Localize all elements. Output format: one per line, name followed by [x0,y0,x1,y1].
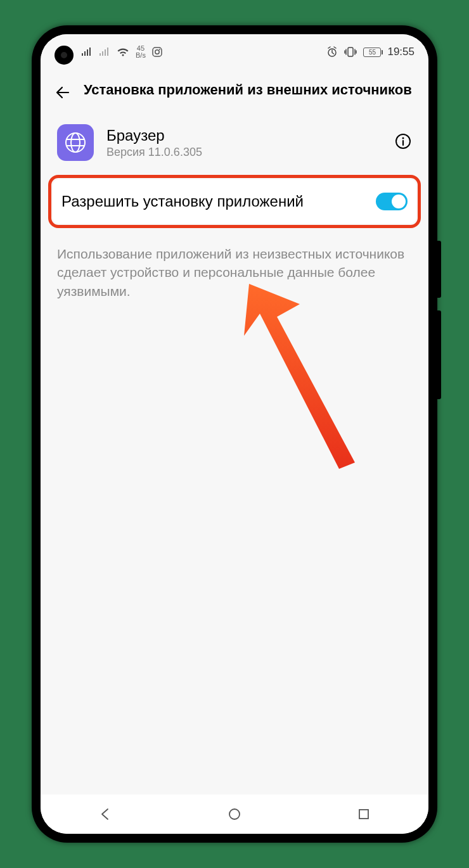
status-right: 55 19:55 [326,46,414,58]
back-arrow-icon [55,84,72,101]
app-icon [57,124,94,161]
net-speed-unit: B/s [136,52,146,59]
svg-rect-4 [348,48,353,56]
app-info-row: Браузер Версия 11.0.6.305 [41,113,428,172]
app-name: Браузер [106,127,382,144]
svg-point-5 [66,133,85,152]
content: Браузер Версия 11.0.6.305 Разрешить уста… [41,113,428,795]
app-text: Браузер Версия 11.0.6.305 [106,127,382,159]
signal-icon [81,48,93,56]
phone-frame: 45 B/s 55 19:55 Установка приложений из … [32,25,437,843]
instagram-icon [152,47,162,57]
svg-rect-0 [153,48,162,56]
status-left: 45 B/s [81,45,162,59]
vibrate-icon [344,47,357,57]
nav-back-button[interactable] [77,807,134,821]
highlight-annotation: Разрешить установку приложений [48,175,421,228]
nav-back-icon [98,807,112,821]
info-button[interactable] [394,132,412,153]
status-bar: 45 B/s 55 19:55 [41,34,428,70]
browser-globe-icon [63,131,87,155]
volume-button [437,310,441,399]
power-button [437,241,441,298]
allow-install-row[interactable]: Разрешить установку приложений [53,179,416,224]
nav-home-button[interactable] [206,807,263,821]
signal-icon-2 [99,48,110,56]
battery-text: 55 [369,49,376,56]
navigation-bar [41,795,428,834]
svg-point-1 [155,50,159,54]
app-version: Версия 11.0.6.305 [106,146,382,159]
nav-recent-button[interactable] [335,808,392,820]
svg-point-2 [159,49,160,50]
warning-description: Использование приложений из неизвестных … [41,233,428,312]
clock: 19:55 [387,46,414,58]
nav-home-icon [228,807,241,821]
network-speed: 45 B/s [136,45,146,59]
battery-indicator: 55 [363,48,381,57]
page-title: Установка приложений из внешних источник… [84,81,412,99]
info-icon [394,132,412,150]
svg-point-8 [402,137,404,139]
svg-rect-10 [359,810,368,819]
svg-point-6 [71,133,80,152]
back-button[interactable] [55,84,72,104]
screen: 45 B/s 55 19:55 Установка приложений из … [41,34,428,834]
nav-recent-icon [357,808,370,820]
front-camera [55,46,74,65]
allow-install-toggle[interactable] [376,193,408,210]
alarm-icon [326,46,338,58]
svg-point-9 [229,809,240,819]
wifi-icon [117,48,129,57]
allow-install-label: Разрешить установку приложений [61,192,366,211]
page-header: Установка приложений из внешних источник… [41,70,428,113]
